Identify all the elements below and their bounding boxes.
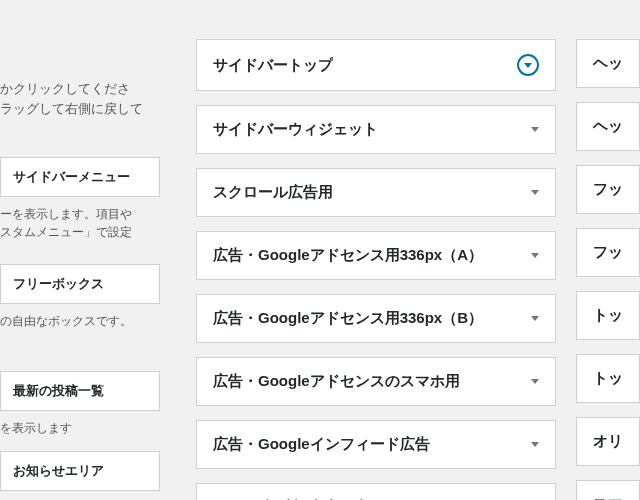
widget-area-title: 広告・Googleアドセンス用336px（A） <box>213 246 483 265</box>
widget-area-title: トッ <box>593 369 623 388</box>
widget-area[interactable]: トッ <box>576 354 640 403</box>
widget-area[interactable]: 広告・Googleアドセンス用336px（B） <box>196 294 556 343</box>
widget-area-title: スクロール広告用 <box>213 183 333 202</box>
widget-area-title: ヘッ <box>593 117 623 136</box>
widget-area[interactable]: オリ <box>576 417 640 466</box>
widget-desc: ーを表示します。項目や スタムメニュー」で設定 <box>0 205 165 241</box>
widget-area-title: フッ <box>593 243 623 262</box>
widget-area[interactable]: スマ <box>576 480 640 500</box>
widget-area-title: サイドバーウィジェット <box>213 120 378 139</box>
widget-area[interactable]: ヘッ <box>576 39 640 88</box>
widget-item-sidebar-menu[interactable]: サイドバーメニュー <box>0 157 160 197</box>
widget-item-recent-posts[interactable]: 最新の投稿一覧 <box>0 371 160 411</box>
widget-area-title: ヘッ <box>593 54 623 73</box>
widget-area[interactable]: PCのみ投稿記事上に表示 <box>196 483 556 500</box>
widget-areas-column-2: ヘッ ヘッ フッ フッ トッ トッ オリ スマ <box>576 0 640 500</box>
chevron-down-icon <box>531 190 539 195</box>
chevron-down-icon <box>531 316 539 321</box>
widget-area-title: サイドバートップ <box>213 56 333 75</box>
widget-area-title: スマ <box>593 495 623 500</box>
widget-area-title: フッ <box>593 180 623 199</box>
intro-text: かクリックしてくださ ラッグして右側に戻して <box>0 79 165 118</box>
widget-areas-column-1: サイドバートップ サイドバーウィジェット スクロール広告用 広告・Googleア… <box>196 0 556 500</box>
widget-area[interactable]: フッ <box>576 228 640 277</box>
chevron-down-icon <box>531 442 539 447</box>
widget-item-notice-area[interactable]: お知らせエリア <box>0 451 160 491</box>
widget-area-title: 広告・Googleアドセンスのスマホ用 <box>213 372 460 391</box>
widget-item-freebox[interactable]: フリーボックス <box>0 264 160 304</box>
widget-area-title: 広告・Googleアドセンス用336px（B） <box>213 309 483 328</box>
widget-area[interactable]: サイドバーウィジェット <box>196 105 556 154</box>
widget-area[interactable]: フッ <box>576 165 640 214</box>
widget-area-title: トッ <box>593 306 623 325</box>
widget-area[interactable]: 広告・Googleアドセンス用336px（A） <box>196 231 556 280</box>
widget-desc: を表示します <box>0 419 165 437</box>
widget-area[interactable]: 広告・Googleアドセンスのスマホ用 <box>196 357 556 406</box>
widget-area[interactable]: サイドバートップ <box>196 39 556 91</box>
chevron-down-icon <box>531 127 539 132</box>
widget-desc: の自由なボックスです。 <box>0 312 165 330</box>
widget-area[interactable]: ヘッ <box>576 102 640 151</box>
widget-area[interactable]: 広告・Googleインフィード広告 <box>196 420 556 469</box>
available-widgets-panel: かクリックしてくださ ラッグして右側に戻して サイドバーメニュー ーを表示します… <box>0 0 170 500</box>
widget-area-title: 広告・Googleインフィード広告 <box>213 435 430 454</box>
widget-area[interactable]: スクロール広告用 <box>196 168 556 217</box>
widget-area-title: オリ <box>593 432 623 451</box>
chevron-down-icon <box>531 253 539 258</box>
chevron-down-icon <box>517 54 539 76</box>
widget-area[interactable]: トッ <box>576 291 640 340</box>
chevron-down-icon <box>531 379 539 384</box>
